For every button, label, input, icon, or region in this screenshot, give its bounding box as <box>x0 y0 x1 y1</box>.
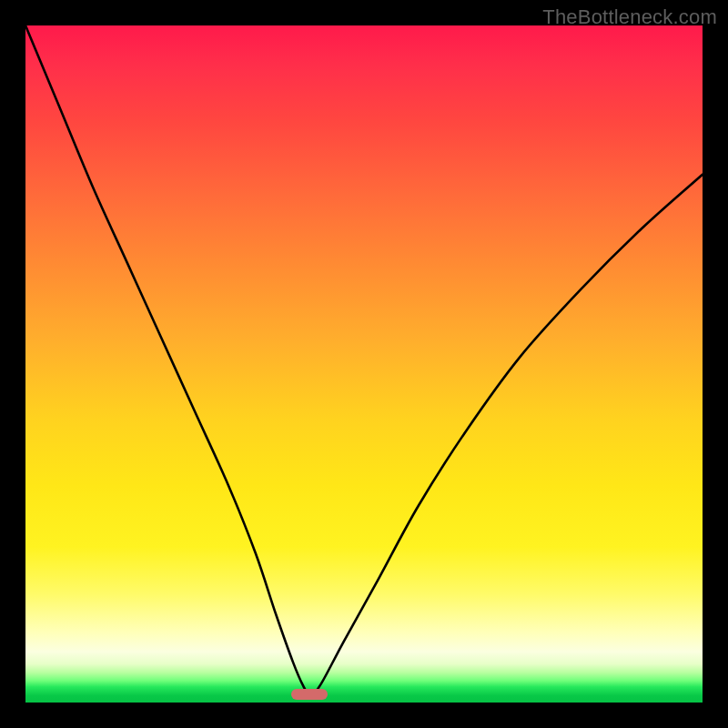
bottleneck-curve <box>25 25 703 694</box>
chart-frame: TheBottleneck.com <box>0 0 728 728</box>
plot-area <box>25 25 703 703</box>
curve-layer <box>25 25 703 703</box>
minimum-marker <box>291 689 328 700</box>
